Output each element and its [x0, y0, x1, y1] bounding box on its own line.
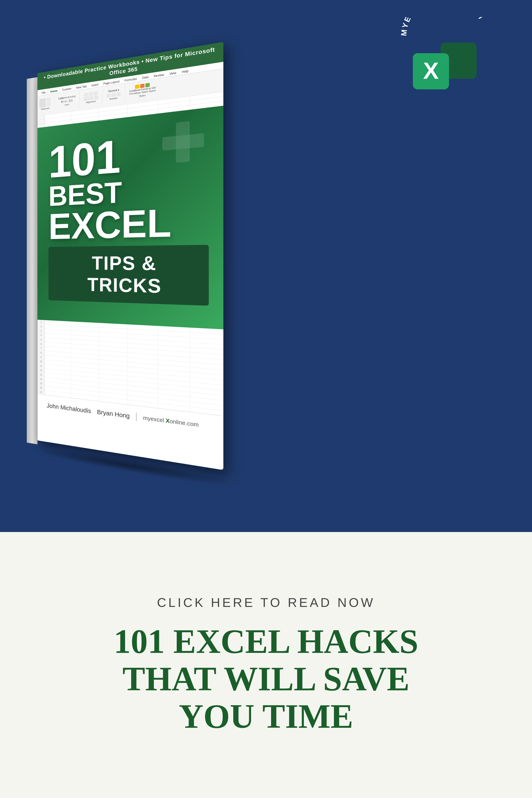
- myexcel-brand: myexcel Xonline.com: [143, 414, 199, 429]
- ribbon-group-alignment: Alignment: [83, 91, 98, 104]
- svg-text:X: X: [423, 57, 439, 83]
- author-separator: [136, 413, 137, 421]
- bottom-section[interactable]: CLICK HERE TO READ NOW 101 EXCEL HACKS T…: [0, 532, 532, 798]
- book-front: • Downloadable Practice Workbooks • New …: [37, 42, 223, 470]
- book-wrapper: • Downloadable Practice Workbooks • New …: [27, 41, 226, 482]
- book-tips-banner: TIPS & TRICKS: [49, 245, 209, 306]
- book-number: 101: [49, 126, 209, 183]
- svg-text:MYEXCELONLINE.COM: MYEXCELONLINE.COM: [400, 17, 486, 36]
- excel-icon: X: [411, 40, 479, 100]
- logo-arc-svg: MYEXCELONLINE.COM: [400, 17, 490, 40]
- ribbon-tab-review: Review: [151, 72, 167, 79]
- ribbon-group-clipboard: Clipboard: [39, 97, 51, 111]
- ribbon-group-number: General ▾ Number: [107, 88, 121, 101]
- author-john: John Michaloudis: [46, 402, 91, 415]
- headline-line3: YOU TIME: [114, 698, 418, 735]
- click-here-text[interactable]: CLICK HERE TO READ NOW: [157, 595, 375, 610]
- book-top-banner: • Downloadable Practice Workbooks • New …: [37, 42, 223, 90]
- ribbon-group-font: Calibri ▾ 11 ▾ A A B I U ─ ╳ A Font: [58, 95, 76, 107]
- ribbon-tab-data: Data: [139, 74, 151, 81]
- book-container: • Downloadable Practice Workbooks • New …: [17, 60, 251, 496]
- ribbon-tab-view: View: [167, 70, 179, 77]
- ribbon-group-styles: Conditional Format as Cell Formatting▾ T…: [129, 82, 155, 99]
- main-headline: 101 EXCEL HACKS THAT WILL SAVE YOU TIME: [114, 623, 418, 735]
- book-hero: 101 BEST EXCEL TIPS & TRICKS: [37, 106, 223, 329]
- headline-line1: 101 EXCEL HACKS: [114, 623, 418, 660]
- ribbon-tab-help: Help: [179, 68, 191, 75]
- logo-area: MYEXCELONLINE.COM X: [400, 17, 490, 100]
- headline-line2: THAT WILL SAVE: [114, 660, 418, 698]
- top-section: MYEXCELONLINE.COM X • Downloadable Pract…: [0, 0, 532, 532]
- cross-decoration: [163, 119, 204, 164]
- author-bryan: Bryan Hong: [97, 408, 130, 420]
- book-spine: [27, 77, 38, 444]
- book-excel: EXCEL: [49, 203, 209, 243]
